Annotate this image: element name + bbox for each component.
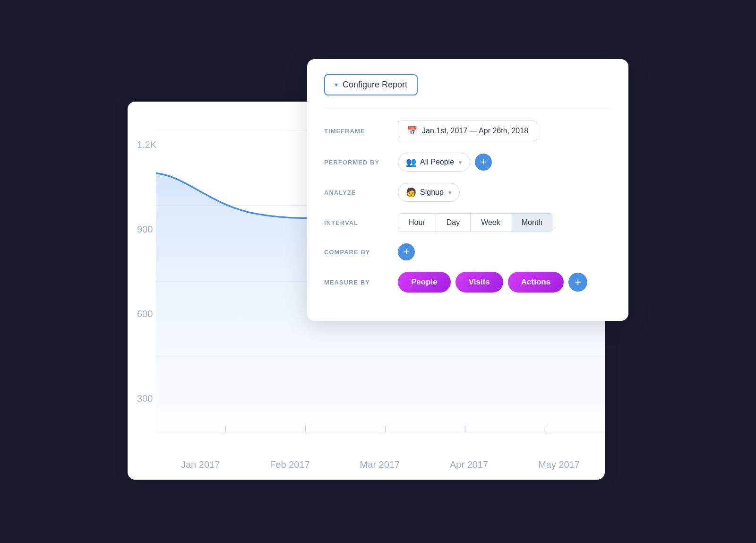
divider (324, 109, 611, 110)
interval-button-group: Hour Day Week Month (398, 213, 553, 232)
performed-by-row: PERFORMED BY 👥 All People ▾ + (324, 153, 611, 172)
compare-by-label: COMPARE BY (324, 249, 390, 256)
interval-day-button[interactable]: Day (436, 214, 471, 232)
measure-by-row: MEASURE BY People Visits Actions + (324, 272, 611, 293)
scene: 1.2K 900 600 300 (128, 59, 628, 484)
x-label-1: Feb 2017 (270, 459, 310, 470)
x-axis-labels: Jan 2017 Feb 2017 Mar 2017 Apr 2017 May … (156, 459, 605, 470)
y-axis-labels: 1.2K 900 600 300 (137, 139, 156, 404)
x-label-4: May 2017 (538, 459, 580, 470)
config-header: ▾ Configure Report (324, 74, 611, 95)
measure-actions-button[interactable]: Actions (508, 272, 564, 293)
performed-by-add-button[interactable]: + (475, 154, 492, 171)
timeframe-value: Jan 1st, 2017 — Apr 26th, 2018 (422, 127, 528, 135)
measure-people-button[interactable]: People (398, 272, 451, 293)
timeframe-label: TIMEFRAME (324, 128, 390, 135)
measure-by-label: MEASURE BY (324, 279, 390, 286)
analyze-dropdown[interactable]: 🧑 Signup ▾ (398, 183, 460, 202)
timeframe-input[interactable]: 📅 Jan 1st, 2017 — Apr 26th, 2018 (398, 121, 537, 141)
performed-by-value: All People (420, 158, 454, 166)
chevron-down-icon: ▾ (335, 81, 338, 88)
people-group-icon: 👥 (406, 157, 416, 167)
analyze-label: ANALYZE (324, 189, 390, 196)
timeframe-controls: 📅 Jan 1st, 2017 — Apr 26th, 2018 (398, 121, 537, 141)
y-label-2: 900 (137, 224, 156, 235)
interval-month-button[interactable]: Month (511, 214, 553, 232)
y-label-4: 300 (137, 393, 156, 404)
x-label-0: Jan 2017 (181, 459, 220, 470)
compare-by-controls: + (398, 243, 415, 260)
interval-controls: Hour Day Week Month (398, 213, 553, 232)
configure-report-label: Configure Report (343, 80, 407, 90)
analyze-row: ANALYZE 🧑 Signup ▾ (324, 183, 611, 202)
performed-by-controls: 👥 All People ▾ + (398, 153, 492, 172)
compare-by-row: COMPARE BY + (324, 243, 611, 260)
calendar-icon: 📅 (407, 126, 417, 136)
interval-week-button[interactable]: Week (471, 214, 511, 232)
measure-by-add-button[interactable]: + (568, 273, 587, 292)
performed-by-label: PERFORMED BY (324, 159, 390, 166)
interval-label: INTERVAL (324, 219, 390, 226)
performed-by-dropdown[interactable]: 👥 All People ▾ (398, 153, 470, 172)
analyze-value: Signup (420, 188, 444, 197)
configure-report-button[interactable]: ▾ Configure Report (324, 74, 418, 95)
interval-row: INTERVAL Hour Day Week Month (324, 213, 611, 232)
y-label-1: 1.2K (137, 139, 156, 150)
analyze-event-icon: 🧑 (406, 187, 416, 198)
analyze-controls: 🧑 Signup ▾ (398, 183, 460, 202)
x-label-2: Mar 2017 (360, 459, 400, 470)
compare-by-add-button[interactable]: + (398, 243, 415, 260)
config-panel: ▾ Configure Report TIMEFRAME 📅 Jan 1st, … (307, 59, 628, 321)
timeframe-row: TIMEFRAME 📅 Jan 1st, 2017 — Apr 26th, 20… (324, 121, 611, 141)
y-label-3: 600 (137, 309, 156, 319)
measure-visits-button[interactable]: Visits (455, 272, 503, 293)
measure-by-controls: People Visits Actions + (398, 272, 587, 293)
analyze-arrow-icon: ▾ (448, 189, 452, 196)
performed-by-arrow-icon: ▾ (459, 159, 462, 166)
x-label-3: Apr 2017 (450, 459, 488, 470)
interval-hour-button[interactable]: Hour (398, 214, 436, 232)
